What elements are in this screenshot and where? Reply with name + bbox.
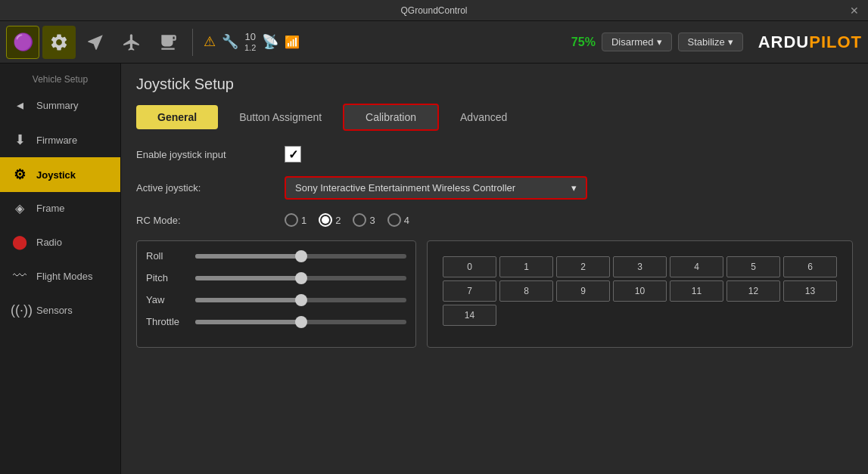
vehicle-button[interactable] — [79, 26, 112, 59]
firmware-icon: ⬇ — [11, 132, 29, 148]
button-grid-btn-11[interactable]: 11 — [670, 280, 723, 302]
throttle-thumb — [295, 316, 307, 328]
yaw-thumb — [295, 294, 307, 306]
sidebar-item-label: Sensors — [36, 305, 73, 316]
close-button[interactable]: ✕ — [850, 5, 859, 17]
axis-throttle-label: Throttle — [146, 316, 188, 327]
axis-roll-row: Roll — [146, 250, 406, 262]
page-title: Joystick Setup — [136, 76, 853, 93]
rc-mode-4[interactable]: 4 — [387, 213, 409, 227]
button-grid-btn-14[interactable]: 14 — [443, 305, 496, 326]
joystick-dropdown-value: Sony Interactive Entertainment Wireless … — [295, 182, 515, 194]
flight-modes-icon: 〰 — [11, 268, 29, 284]
counter-stack: 10 1.2 — [244, 32, 256, 51]
toolbar: 🟣 ⚠ 🔧 10 1.2 📡 📶 75% Disarmed — [0, 21, 868, 64]
axis-yaw-slider[interactable] — [195, 298, 406, 302]
enable-joystick-row: Enable joystick input ✓ — [136, 146, 853, 163]
qgc-logo-button[interactable]: 🟣 — [6, 26, 39, 59]
sidebar-item-frame[interactable]: ◈ Frame — [0, 192, 120, 225]
sidebar-item-firmware[interactable]: ⬇ Firmware — [0, 122, 120, 157]
disarmed-button[interactable]: Disarmed ▾ — [602, 33, 672, 51]
sidebar: Vehicle Setup ◂ Summary ⬇ Firmware ⚙ Joy… — [0, 64, 121, 474]
axis-roll-slider[interactable] — [195, 254, 406, 259]
toolbar-divider-1 — [192, 29, 193, 56]
frame-icon: ◈ — [11, 201, 29, 215]
axis-pitch-label: Pitch — [146, 272, 188, 283]
active-joystick-row: Active joystick: Sony Interactive Entert… — [136, 176, 853, 200]
enable-joystick-checkbox[interactable]: ✓ — [285, 146, 301, 163]
dropdown-arrow-icon: ▾ — [571, 182, 577, 194]
settings-button[interactable] — [42, 26, 76, 59]
sidebar-item-radio[interactable]: ⬤ Radio — [0, 225, 120, 259]
toolbar-status: ⚠ 🔧 10 1.2 📡 📶 — [204, 32, 300, 51]
sidebar-item-label: Summary — [36, 100, 79, 111]
rc-mode-3[interactable]: 3 — [353, 213, 375, 227]
content-area: Joystick Setup General Button Assigment … — [121, 64, 868, 474]
button-grid-btn-6[interactable]: 6 — [783, 256, 837, 277]
rc-mode-options: 1 2 3 4 — [285, 213, 409, 227]
sensors-icon: ((·)) — [11, 302, 29, 318]
button-grid-btn-0[interactable]: 0 — [443, 256, 496, 277]
button-grid-btn-1[interactable]: 1 — [499, 256, 553, 277]
pitch-thumb — [295, 272, 307, 284]
enable-joystick-label: Enable joystick input — [136, 149, 272, 160]
radio-circle-3 — [353, 213, 366, 227]
button-grid-btn-13[interactable]: 13 — [783, 280, 837, 302]
rc-mode-label: RC Mode: — [136, 215, 272, 226]
button-grid-btn-5[interactable]: 5 — [726, 256, 780, 277]
button-grid-btn-8[interactable]: 8 — [499, 280, 553, 302]
axis-pitch-row: Pitch — [146, 272, 406, 283]
button-grid-btn-7[interactable]: 7 — [443, 280, 496, 302]
rc-mode-1[interactable]: 1 — [285, 213, 306, 227]
sidebar-item-label: Firmware — [36, 135, 77, 146]
bottom-panels: Roll Pitch Yaw — [136, 240, 853, 348]
toolbar-right: 75% Disarmed ▾ Stabilize ▾ ARDUPILOT — [571, 33, 862, 52]
title-bar: QGroundControl ✕ — [0, 0, 868, 21]
button-grid-btn-12[interactable]: 12 — [726, 280, 780, 302]
rc-mode-row: RC Mode: 1 2 3 4 — [136, 213, 853, 227]
axis-pitch-slider[interactable] — [195, 276, 406, 280]
fly-button[interactable] — [115, 26, 148, 59]
tab-button-assignment[interactable]: Button Assigment — [218, 105, 343, 129]
button-grid-btn-10[interactable]: 10 — [613, 280, 667, 302]
radio-icon: ⬤ — [11, 234, 29, 250]
sidebar-item-label: Frame — [36, 203, 65, 214]
button-grid-btn-2[interactable]: 2 — [556, 256, 610, 277]
joystick-dropdown[interactable]: Sony Interactive Entertainment Wireless … — [285, 176, 587, 200]
sidebar-item-label: Radio — [36, 237, 62, 248]
app-title: QGroundControl — [400, 5, 467, 16]
stabilize-button[interactable]: Stabilize ▾ — [678, 33, 743, 51]
rc-mode-2[interactable]: 2 — [319, 213, 341, 227]
radio-circle-4 — [387, 213, 401, 227]
sidebar-item-summary[interactable]: ◂ Summary — [0, 88, 120, 122]
tool-icon: 🔧 — [222, 33, 238, 50]
tab-calibration[interactable]: Calibration — [343, 104, 439, 131]
button-grid-btn-9[interactable]: 9 — [556, 280, 610, 302]
tab-general[interactable]: General — [136, 105, 218, 129]
tabs-bar: General Button Assigment Calibration Adv… — [136, 104, 853, 131]
button-grid-btn-3[interactable]: 3 — [613, 256, 667, 277]
roll-thumb — [295, 250, 307, 262]
active-joystick-label: Active joystick: — [136, 182, 272, 194]
sidebar-item-joystick[interactable]: ⚙ Joystick — [0, 157, 120, 192]
axis-yaw-row: Yaw — [146, 294, 406, 305]
button-grid-panel: 01234567891011121314 — [427, 240, 853, 348]
plan-button[interactable] — [151, 26, 185, 59]
ardupilot-logo: ARDUPILOT — [758, 33, 862, 52]
axes-panel: Roll Pitch Yaw — [136, 240, 416, 348]
battery-percent: 75% — [571, 36, 596, 49]
summary-icon: ◂ — [11, 97, 29, 113]
button-grid: 01234567891011121314 — [437, 250, 843, 332]
button-grid-btn-4[interactable]: 4 — [670, 256, 723, 277]
signal-icon: 📶 — [285, 35, 300, 49]
sidebar-item-sensors[interactable]: ((·)) Sensors — [0, 293, 120, 327]
warning-icon: ⚠ — [204, 33, 216, 50]
telemetry-icon: 📡 — [262, 33, 278, 50]
sidebar-item-flight-modes[interactable]: 〰 Flight Modes — [0, 259, 120, 293]
tab-advanced[interactable]: Advanced — [439, 105, 528, 129]
radio-circle-1 — [285, 213, 298, 227]
axis-throttle-row: Throttle — [146, 316, 406, 327]
radio-circle-2 — [319, 213, 332, 227]
main-layout: Vehicle Setup ◂ Summary ⬇ Firmware ⚙ Joy… — [0, 64, 868, 474]
axis-throttle-slider[interactable] — [195, 320, 406, 324]
